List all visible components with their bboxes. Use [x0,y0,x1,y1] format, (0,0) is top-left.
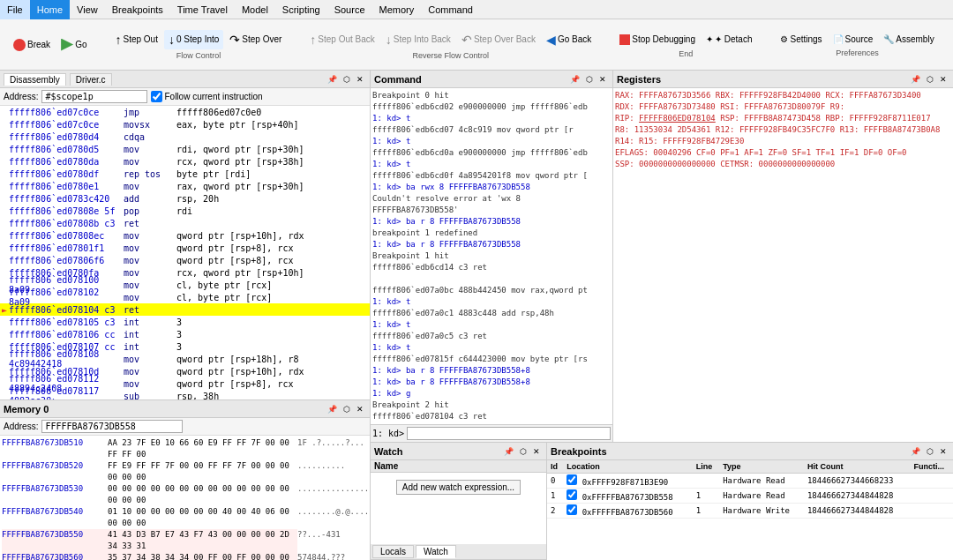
disasm-row[interactable]: fffff806`ed07801f1 mov qword ptr [rsp+8]… [0,242,370,254]
disassembly-popout-btn[interactable]: ⬡ [341,75,353,84]
follow-checkbox[interactable] [151,91,162,102]
memory-address-input[interactable] [41,420,183,433]
disassembly-tab[interactable]: Disassembly [4,73,66,86]
memory-pin-btn[interactable]: 📌 [325,405,340,414]
bp-checkbox[interactable] [567,504,577,515]
memory-row[interactable]: FFFFFBA87673DB540 01 10 00 00 00 00 00 0… [2,506,368,529]
breakpoints-popout-btn[interactable]: ⬡ [924,447,936,456]
bp-checkbox[interactable] [567,474,577,485]
reverse-flow-group: ↑ Step Out Back ↓ Step Into Back ↶ Step … [300,28,601,62]
rip-value[interactable]: FFFFF806ED078104 [639,114,716,123]
stop-debugging-button[interactable]: Stop Debugging [615,32,700,48]
break-button[interactable]: Break [9,36,55,54]
menu-home[interactable]: Home [30,0,70,19]
disasm-row[interactable]: fffff806`ed0783c420 add rsp, 20h [0,192,370,205]
memory-popout-btn[interactable]: ⬡ [341,405,353,414]
disassembly-pin-btn[interactable]: 📌 [325,75,340,84]
step-out-button[interactable]: ↑ Step Out [110,30,161,49]
disasm-operands: rcx, qword ptr [rsp+38h] [176,157,368,167]
disasm-row[interactable]: fffff806`ed0780d4 cdqa [0,131,370,143]
register-row: SSP: 0000000000000000 CETMSR: 0000000000… [615,159,951,170]
memory-row[interactable]: FFFFFBA87673DB560 35 37 34 38 34 34 00 F… [2,552,368,560]
memory-row[interactable]: FFFFFBA87673DB510 AA 23 7F E0 10 66 60 E… [2,437,368,460]
menu-memory[interactable]: Memory [372,0,422,19]
disasm-row[interactable]: fffff806`ed07806f6 mov qword ptr [rsp+8]… [0,254,370,266]
bp-enabled[interactable]: 0xFFFFFBA87673DB560 [563,504,693,519]
disasm-row[interactable]: fffff806`ed0780d5 mov rdi, qword ptr [rs… [0,143,370,155]
watch-tab[interactable]: Watch [416,545,456,558]
menu-scripting[interactable]: Scripting [275,0,327,19]
disasm-row[interactable]: fffff806`ed07c0ce movsx eax, byte ptr [r… [0,118,370,131]
disasm-row[interactable]: fffff806`ed07808b c3 ret [0,217,370,229]
address-label: Address: [4,92,38,101]
watch-popout-btn[interactable]: ⬡ [517,447,529,456]
disasm-row[interactable]: ► fffff806`ed078104 c3 ret [0,303,370,316]
step-out-back-button[interactable]: ↑ Step Out Back [305,30,379,49]
menu-view[interactable]: View [70,0,105,19]
breakpoints-pin-btn[interactable]: 📌 [908,447,923,456]
disasm-row[interactable]: fffff806`ed078105 c3 int 3 [0,316,370,328]
command-pin-btn[interactable]: 📌 [567,75,582,84]
menu-source[interactable]: Source [327,0,372,19]
command-popout-btn[interactable]: ⬡ [583,75,596,84]
step-into-button[interactable]: ↓ 0 Step Into [164,30,223,49]
bp-enabled[interactable]: 0xFFFFFBA87673DB558 [563,489,693,504]
disasm-row[interactable]: fffff806`ed0780da mov rcx, qword ptr [rs… [0,155,370,168]
driverc-tab[interactable]: Driver.c [70,73,112,86]
memory-close-btn[interactable]: ✕ [354,405,366,414]
disasm-operands: byte ptr [rdi] [176,169,368,179]
registers-close-btn[interactable]: ✕ [937,75,949,84]
memory-row[interactable]: FFFFFBA87673DB550 41 43 D3 B7 E7 43 F7 4… [2,529,368,552]
bp-enabled[interactable]: 0xFFFF928F871B3E90 [563,474,693,489]
disasm-row[interactable]: fffff806`ed07c0ce jmp fffff806ed07c0e0 [0,106,370,118]
memory-row[interactable]: FFFFFBA87673DB530 00 00 00 00 00 00 00 0… [2,483,368,506]
disasm-row[interactable]: fffff806`ed078106 cc int 3 [0,328,370,340]
menu-model[interactable]: Model [235,0,275,19]
command-close-btn[interactable]: ✕ [597,75,609,84]
mem-bytes: 01 10 00 00 00 00 00 00 40 00 40 06 00 0… [108,506,297,529]
disasm-row[interactable]: fffff806`ed0780df rep tos byte ptr [rdi] [0,168,370,180]
locals-tab[interactable]: Locals [372,545,414,558]
disasm-row[interactable]: fffff806`ed07808ec mov qword ptr [rsp+10… [0,229,370,242]
settings-button[interactable]: ⚙ Settings [776,32,826,47]
bp-col-header: Location [563,460,693,474]
go-button[interactable]: Go [56,36,91,54]
add-watch-button[interactable]: Add new watch expression... [396,480,521,495]
step-over-back-button[interactable]: ↶ Step Over Back [457,30,540,49]
breakpoints-controls: 📌 ⬡ ✕ [908,447,949,456]
breakpoint-row[interactable]: 2 0xFFFFFBA87673DB560 1 Hardware Write 1… [547,504,953,519]
breakpoints-header: Breakpoints 📌 ⬡ ✕ [547,443,953,460]
watch-pin-btn[interactable]: 📌 [501,447,516,456]
memory-row[interactable]: FFFFFBA87673DB520 FF E9 FF FF 7F 00 00 F… [2,460,368,483]
breakpoint-row[interactable]: 1 0xFFFFFBA87673DB558 1 Hardware Read 18… [547,489,953,504]
go-back-button[interactable]: ◀ Go Back [542,30,596,49]
breakpoint-row[interactable]: 0 0xFFFF928F871B3E90 Hardware Read 18446… [547,474,953,489]
disasm-row[interactable]: fffff806`ed078108 4c89442418 mov qword p… [0,353,370,365]
menu-command[interactable]: Command [421,0,480,19]
disasm-mnemonic: mov [124,145,176,154]
detach-button[interactable]: ✦ ✦ Detach [702,32,756,47]
memory-content[interactable]: FFFFFBA87673DB510 AA 23 7F E0 10 66 60 E… [0,436,370,560]
mem-bytes: 35 37 34 38 34 34 00 FF 00 FF 00 00 00 0… [108,552,297,560]
registers-pin-btn[interactable]: 📌 [908,75,923,84]
step-into-back-button[interactable]: ↓ Step Into Back [381,30,455,49]
assembly-button[interactable]: 🔧 Assembly [879,32,938,47]
menu-file[interactable]: File [0,0,30,19]
bp-line [693,474,719,489]
bp-checkbox[interactable] [567,489,577,500]
command-input[interactable] [407,427,611,440]
menu-timetravel[interactable]: Time Travel [170,0,235,19]
breakpoints-close-btn[interactable]: ✕ [937,447,949,456]
disassembly-address-input[interactable] [41,90,147,103]
source-button[interactable]: 📄 Source [829,32,878,47]
disasm-row[interactable]: fffff806`ed0780e1 mov rax, qword ptr [rs… [0,180,370,192]
registers-popout-btn[interactable]: ⬡ [924,75,936,84]
disasm-row[interactable]: fffff806`ed07808e 5f pop rdi [0,205,370,217]
command-output[interactable]: Breakpoint 0 hitfffff806`edb6cd02 e90000… [371,88,612,424]
watch-close-btn[interactable]: ✕ [530,447,543,456]
disasm-row[interactable]: fffff806`ed078102 8a09 mov cl, byte ptr … [0,291,370,303]
step-over-button[interactable]: ↷ Step Over [225,30,286,49]
detach-label: ✦ Detach [715,34,752,44]
disassembly-close-btn[interactable]: ✕ [354,75,366,84]
menu-breakpoints[interactable]: Breakpoints [105,0,170,19]
